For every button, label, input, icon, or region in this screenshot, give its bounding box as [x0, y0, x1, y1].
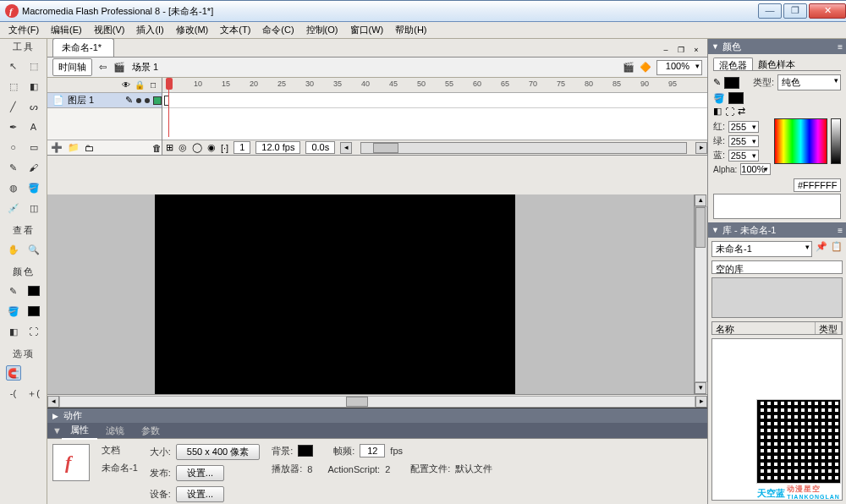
straighten-option[interactable]: -(	[6, 386, 21, 401]
publish-settings-button[interactable]: 设置...	[176, 465, 224, 481]
layer-visible-dot[interactable]	[136, 98, 141, 103]
actions-header[interactable]: ▶ 动作	[47, 408, 707, 423]
subselect-tool[interactable]: ⬚	[26, 58, 41, 74]
menu-window[interactable]: 窗口(W)	[345, 22, 389, 38]
color-swap-icon[interactable]: ⇄	[738, 106, 745, 117]
center-frame-icon[interactable]: ⊞	[166, 142, 173, 153]
smooth-option[interactable]	[26, 365, 41, 381]
menu-file[interactable]: 文件(F)	[3, 22, 44, 38]
paintbucket-tool[interactable]: 🪣	[26, 180, 41, 195]
menu-edit[interactable]: 编辑(E)	[46, 22, 87, 38]
text-tool[interactable]: A	[26, 119, 41, 134]
tl-scroll-right[interactable]: ▸	[695, 142, 707, 154]
stroke-icon[interactable]: ✎	[713, 77, 721, 88]
hscroll-right[interactable]: ▸	[695, 396, 707, 408]
eyedropper-tool[interactable]: 💉	[6, 200, 21, 216]
lib-col-name[interactable]: 名称	[712, 322, 816, 334]
vscroll-down[interactable]: ▾	[695, 382, 706, 394]
free-transform-tool[interactable]: ⬚	[6, 79, 21, 94]
bg-swatch[interactable]	[298, 445, 313, 457]
eraser-tool[interactable]: ◫	[26, 200, 41, 216]
r-input[interactable]: 255	[728, 121, 759, 133]
tab-filters[interactable]: 滤镜	[97, 423, 133, 439]
frame-strip[interactable]	[162, 93, 707, 108]
selection-tool[interactable]: ↖	[6, 58, 21, 74]
color-bw-icon[interactable]: ◧	[713, 106, 722, 117]
hand-tool[interactable]: ✋	[6, 242, 21, 257]
tab-properties[interactable]: 属性	[62, 422, 97, 440]
document-tab[interactable]: 未命名-1*	[52, 38, 114, 57]
layer-row[interactable]: 📄 图层 1 ✎	[47, 93, 162, 108]
gradient-bar[interactable]	[713, 194, 841, 219]
fill-swatch[interactable]	[26, 304, 41, 319]
edit-scene-icon[interactable]: 🎬	[623, 62, 634, 73]
modify-markers-icon[interactable]: [·]	[221, 143, 228, 153]
onion-outline-icon[interactable]: ◯	[192, 142, 202, 153]
type-select[interactable]: 纯色	[777, 74, 841, 90]
menu-view[interactable]: 视图(V)	[89, 22, 130, 38]
tl-scrollbar[interactable]	[360, 142, 687, 154]
line-tool[interactable]: ╱	[6, 99, 21, 114]
add-folder-icon[interactable]: 🗀	[85, 143, 94, 153]
lib-new-icon[interactable]: 📋	[831, 241, 843, 257]
color-none-icon[interactable]: ⛶	[725, 107, 734, 117]
fill-color-swatch[interactable]	[728, 92, 744, 104]
g-input[interactable]: 255	[728, 135, 759, 147]
maximize-button[interactable]: ❐	[783, 3, 807, 19]
size-button[interactable]: 550 x 400 像素	[176, 444, 260, 460]
playhead[interactable]	[166, 78, 173, 125]
tab-mixer[interactable]: 混色器	[713, 58, 753, 70]
lib-panel-menu-icon[interactable]: ≡	[838, 226, 843, 235]
b-input[interactable]: 255	[728, 150, 759, 162]
library-panel-header[interactable]: ▼ 库 - 未命名-1 ≡	[708, 222, 846, 238]
minimize-button[interactable]: —	[758, 3, 782, 19]
alpha-input[interactable]: 100%	[740, 163, 771, 175]
no-color[interactable]: ⛶	[26, 324, 41, 339]
hscroll-left[interactable]: ◂	[47, 396, 59, 408]
brush-tool[interactable]: 🖌	[26, 160, 41, 175]
fill-color[interactable]: 🪣	[6, 304, 21, 319]
vscroll-thumb[interactable]	[695, 207, 706, 248]
oval-tool[interactable]: ○	[6, 140, 21, 155]
props-collapse-icon[interactable]: ▼	[47, 425, 62, 436]
outline-icon[interactable]: □	[148, 80, 158, 90]
vscroll-up[interactable]: ▴	[695, 194, 706, 206]
snap-option[interactable]: 🧲	[6, 365, 21, 381]
doc-restore[interactable]: ❐	[675, 45, 687, 57]
gradient-tool[interactable]: ◧	[26, 79, 41, 94]
stroke-color-swatch[interactable]	[724, 77, 739, 89]
tab-swatches[interactable]: 颜色样本	[753, 58, 800, 70]
delete-layer-icon[interactable]: 🗑	[152, 143, 162, 153]
doc-close[interactable]: ×	[690, 45, 702, 57]
rect-tool[interactable]: ▭	[26, 140, 41, 155]
lasso-tool[interactable]: ᔕ	[26, 99, 41, 114]
add-guide-icon[interactable]: 📁	[68, 142, 80, 153]
onion-edit-icon[interactable]: ◉	[207, 142, 216, 153]
lock-icon[interactable]: 🔒	[135, 80, 145, 90]
device-settings-button[interactable]: 设置...	[176, 486, 224, 502]
stage-canvas[interactable]	[155, 194, 515, 394]
frame-area[interactable]	[162, 108, 707, 140]
pencil-tool[interactable]: ✎	[6, 160, 21, 175]
lib-doc-select[interactable]: 未命名-1	[711, 241, 812, 257]
color-panel-menu-icon[interactable]: ≡	[838, 42, 843, 52]
timeline-toggle[interactable]: 时间轴	[52, 58, 92, 76]
eye-icon[interactable]: 👁	[121, 80, 131, 90]
color-panel-header[interactable]: ▼ 颜色 ≡	[708, 39, 846, 54]
fr-input[interactable]: 12	[360, 444, 385, 457]
bw-swap[interactable]: ◧	[6, 324, 21, 339]
menu-text[interactable]: 文本(T)	[215, 22, 255, 38]
inkbottle-tool[interactable]: ◍	[6, 180, 21, 195]
stage[interactable]	[47, 194, 707, 394]
menu-control[interactable]: 控制(O)	[301, 22, 343, 38]
zoom-tool[interactable]: 🔍	[26, 242, 41, 257]
close-button[interactable]: ✕	[809, 3, 846, 19]
layer-outline-box[interactable]	[153, 96, 162, 105]
stage-hscroll[interactable]: ◂ ▸	[47, 394, 707, 408]
hscroll-thumb[interactable]	[346, 397, 368, 407]
tl-scroll-left[interactable]: ◂	[340, 142, 352, 154]
layer-lock-dot[interactable]	[145, 98, 150, 103]
doc-minimize[interactable]: –	[660, 45, 672, 57]
scene-label[interactable]: 场景 1	[132, 61, 158, 74]
frame-ruler[interactable]: 5101520253035404550556065707580859095	[162, 78, 707, 93]
